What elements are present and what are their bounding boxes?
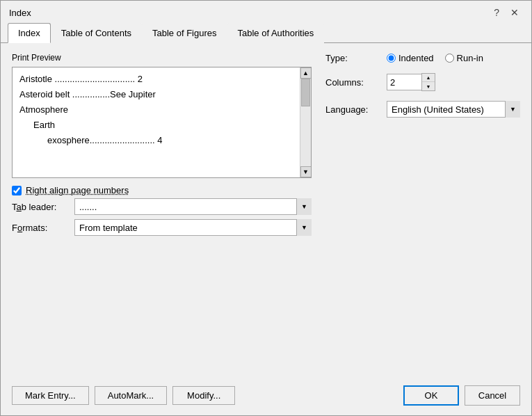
preview-entry-4: Earth — [19, 118, 293, 133]
title-bar: Index ? ✕ — [1, 1, 531, 22]
columns-input[interactable] — [387, 74, 421, 90]
dialog-title: Index — [9, 8, 31, 18]
preview-scrollbar: ▲ ▼ — [300, 67, 311, 177]
preview-box: Aristotle ..............................… — [12, 67, 312, 178]
preview-content: Aristotle ..............................… — [13, 67, 300, 177]
scroll-down-arrow[interactable]: ▼ — [300, 166, 312, 177]
run-in-radio[interactable] — [445, 54, 454, 63]
preview-entry-3: Atmosphere — [19, 102, 293, 118]
right-panel: Type: Indented Run-in Columns: — [325, 53, 520, 371]
language-row: Language: English (United States) Englis… — [325, 101, 520, 118]
tab-bar: Index Table of Contents Table of Figures… — [1, 23, 531, 43]
indented-label: Indented — [398, 53, 434, 63]
indented-radio-item[interactable]: Indented — [387, 53, 434, 63]
columns-label: Columns: — [325, 77, 381, 88]
modify-button[interactable]: Modify... — [172, 386, 235, 405]
columns-spinner: ▲ ▼ — [387, 73, 435, 91]
ok-cancel-buttons: OK Cancel — [403, 385, 520, 406]
auto-mark-button[interactable]: AutoMark... — [95, 386, 167, 405]
scroll-track — [300, 79, 311, 166]
title-bar-controls: ? ✕ — [490, 6, 523, 19]
preview-entry-5: exosphere.......................... 4 — [19, 133, 293, 148]
language-label: Language: — [325, 104, 381, 115]
tab-table-of-contents[interactable]: Table of Contents — [51, 23, 142, 43]
help-button[interactable]: ? — [490, 6, 503, 19]
preview-entry-1: Aristotle ..............................… — [19, 72, 293, 87]
dialog-body: Print Preview Aristotle ................… — [1, 43, 531, 415]
preview-label: Print Preview — [12, 53, 312, 63]
close-button[interactable]: ✕ — [506, 6, 523, 19]
scroll-thumb[interactable] — [301, 79, 310, 106]
ok-button[interactable]: OK — [403, 385, 459, 406]
language-dropdown-container: English (United States) English (United … — [387, 101, 520, 118]
preview-entry-2: Asteroid belt ...............See Jupiter — [19, 87, 293, 102]
index-dialog: Index ? ✕ Index Table of Contents Table … — [0, 0, 532, 416]
action-buttons: Mark Entry... AutoMark... Modify... — [12, 386, 403, 405]
tab-leader-dropdown-container: ....... ------ ______ (none) ▼ — [74, 198, 312, 215]
spinner-buttons: ▲ ▼ — [421, 73, 435, 91]
scroll-up-arrow[interactable]: ▲ — [300, 67, 312, 79]
language-dropdown[interactable]: English (United States) English (United … — [387, 101, 520, 118]
formats-dropdown-container: From template Classic Fancy Modern Bulle… — [74, 219, 312, 236]
formats-label: Formats: — [12, 223, 74, 233]
tab-leader-label: Tab leader: — [12, 202, 74, 212]
run-in-label: Run-in — [457, 53, 483, 63]
run-in-radio-item[interactable]: Run-in — [445, 53, 483, 63]
tab-table-of-authorities[interactable]: Table of Authorities — [227, 23, 325, 43]
tab-leader-dropdown[interactable]: ....... ------ ______ (none) — [74, 198, 312, 215]
type-radio-group: Indented Run-in — [387, 53, 483, 63]
columns-decrement-button[interactable]: ▼ — [422, 82, 435, 90]
type-label: Type: — [325, 53, 381, 63]
formats-dropdown[interactable]: From template Classic Fancy Modern Bulle… — [74, 219, 312, 236]
right-align-row: Right align page numbers — [12, 185, 312, 195]
tab-table-of-figures[interactable]: Table of Figures — [142, 23, 227, 43]
mark-entry-button[interactable]: Mark Entry... — [12, 386, 89, 405]
columns-increment-button[interactable]: ▲ — [422, 74, 435, 82]
left-panel: Print Preview Aristotle ................… — [12, 53, 312, 371]
indented-radio[interactable] — [387, 54, 396, 63]
right-align-checkbox[interactable] — [12, 186, 22, 195]
tab-index[interactable]: Index — [8, 23, 51, 43]
cancel-button[interactable]: Cancel — [465, 385, 520, 406]
main-content: Print Preview Aristotle ................… — [12, 53, 520, 371]
columns-row: Columns: ▲ ▼ — [325, 73, 520, 91]
tab-leader-row: Tab leader: ....... ------ ______ (none)… — [12, 198, 312, 215]
right-align-label[interactable]: Right align page numbers — [26, 185, 129, 195]
type-row: Type: Indented Run-in — [325, 53, 520, 63]
formats-row: Formats: From template Classic Fancy Mod… — [12, 219, 312, 236]
